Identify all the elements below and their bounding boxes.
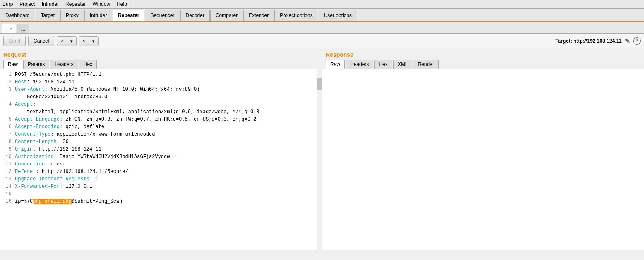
code-line-15: 15 <box>3 190 313 198</box>
code-line-1: 1 POST /5ecure/out.php HTTP/1.1 <box>3 71 313 78</box>
code-line-4b: text/html, application/xhtml+xml, applic… <box>3 108 313 116</box>
nav-prev-button[interactable]: < <box>57 37 67 46</box>
toolbar: Send Cancel < ▾ > ▾ Target: http://192.1… <box>0 34 644 49</box>
nav-prev-group: < ▾ <box>57 36 76 46</box>
request-code-area[interactable]: 1 POST /5ecure/out.php HTTP/1.1 2 Host: … <box>0 69 317 250</box>
nav-prev-dropdown-button[interactable]: ▾ <box>67 37 76 46</box>
content-area: Request Raw Params Headers Hex 1 POST /5… <box>0 49 644 250</box>
repeater-tab-1[interactable]: 1 × <box>2 24 16 33</box>
request-scrollbar[interactable] <box>317 69 322 250</box>
menu-repeater[interactable]: Repeater <box>65 1 87 7</box>
cancel-button[interactable]: Cancel <box>28 36 54 46</box>
code-line-9: 9 Origin: http://192.168.124.11 <box>3 146 313 153</box>
code-line-2: 2 Host: 192.168.124.11 <box>3 78 313 86</box>
main-tab-bar: Dashboard Target Proxy Intruder Repeater… <box>0 9 644 22</box>
target-url: http://192.168.124.11 <box>573 38 622 44</box>
response-panel: Response Raw Headers Hex XML Render <box>322 49 644 250</box>
code-line-13: 13 Upgrade-Insecure-Requests: 1 <box>3 175 313 183</box>
code-line-14: 14 X-Forwarded-For: 127.0.0.1 <box>3 183 313 190</box>
tab-repeater[interactable]: Repeater <box>113 10 144 21</box>
tab-intruder[interactable]: Intruder <box>84 10 112 21</box>
code-line-7: 7 Content-Type: application/x-www-form-u… <box>3 131 313 138</box>
repeater-tab-plus[interactable]: ... <box>17 24 29 33</box>
code-line-10: 10 Authorization: Basic YWRtaW46U2VjdXJp… <box>3 153 313 160</box>
request-scroll-thumb[interactable] <box>317 78 322 90</box>
response-code-area[interactable] <box>322 69 644 250</box>
response-sub-tabs: Raw Headers Hex XML Render <box>322 60 644 69</box>
code-line-8: 8 Content-Length: 36 <box>3 138 313 146</box>
tab-proxy[interactable]: Proxy <box>60 10 84 21</box>
target-help-icon[interactable]: ? <box>633 37 641 45</box>
response-tab-hex[interactable]: Hex <box>374 60 392 69</box>
nav-next-button[interactable]: > <box>79 37 89 46</box>
tab-decoder[interactable]: Decoder <box>180 10 210 21</box>
code-line-3: 3 User-Agent: Mozilla/5.0 (Windows NT 10… <box>3 86 313 93</box>
menu-burp[interactable]: Burp <box>2 1 14 7</box>
response-tab-raw[interactable]: Raw <box>326 60 345 69</box>
code-line-11: 11 Connection: close <box>3 160 313 168</box>
request-tab-headers[interactable]: Headers <box>50 60 78 69</box>
menu-intruder[interactable]: Intruder <box>41 1 60 7</box>
tab-project-options[interactable]: Project options <box>274 10 318 21</box>
request-title: Request <box>0 49 322 60</box>
nav-next-dropdown-button[interactable]: ▾ <box>89 37 98 46</box>
menu-bar: Burp Project Intruder Repeater Window He… <box>0 0 644 9</box>
code-line-4: 4 Accept: <box>3 101 313 108</box>
menu-help[interactable]: Help <box>116 1 128 7</box>
response-tab-headers[interactable]: Headers <box>346 60 373 69</box>
tab-dashboard[interactable]: Dashboard <box>0 10 35 21</box>
tab-comparer[interactable]: Comparer <box>210 10 243 21</box>
target-info: Target: http://192.168.124.11 ✎ ? <box>555 37 641 45</box>
response-tab-xml[interactable]: XML <box>393 60 413 69</box>
code-line-3b: Gecko/20100101 Firefox/89.0 <box>3 93 313 101</box>
menu-window[interactable]: Window <box>91 1 111 7</box>
code-line-12: 12 Referer: http://192.168.124.11/5ecure… <box>3 168 313 175</box>
tab-target[interactable]: Target <box>36 10 60 21</box>
tab-sequencer[interactable]: Sequencer <box>145 10 180 21</box>
response-title: Response <box>322 49 644 60</box>
code-line-6: 6 Accept-Encoding: gzip, deflate <box>3 123 313 131</box>
request-tab-params[interactable]: Params <box>23 60 49 69</box>
tab-user-options[interactable]: User options <box>319 10 357 21</box>
repeater-tab-1-close[interactable]: × <box>10 26 12 31</box>
target-edit-icon[interactable]: ✎ <box>625 38 630 44</box>
repeater-tab-1-label: 1 <box>5 26 8 32</box>
nav-next-group: > ▾ <box>79 36 99 46</box>
code-line-16: 16 ip=%7Cphp+shell.php&Submit=Ping_Scan <box>3 198 313 205</box>
tab-extender[interactable]: Extender <box>243 10 274 21</box>
request-panel: Request Raw Params Headers Hex 1 POST /5… <box>0 49 322 250</box>
menu-project[interactable]: Project <box>19 1 36 7</box>
repeater-tab-strip: 1 × ... <box>0 22 644 34</box>
request-tab-hex[interactable]: Hex <box>79 60 97 69</box>
target-label: Target: http://192.168.124.11 <box>555 38 622 44</box>
request-tab-raw[interactable]: Raw <box>3 60 22 69</box>
response-tab-render[interactable]: Render <box>413 60 438 69</box>
request-sub-tabs: Raw Params Headers Hex <box>0 60 322 69</box>
code-line-5: 5 Accept-Language: zh-CN, zh;q=0.8, zh-T… <box>3 116 313 123</box>
send-button[interactable]: Send <box>3 36 26 46</box>
